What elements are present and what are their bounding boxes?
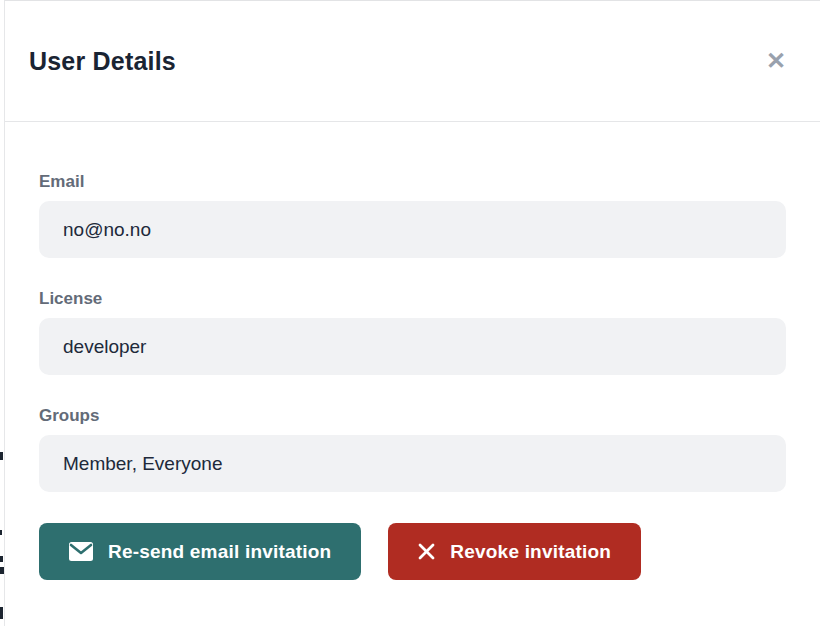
revoke-button-label: Revoke invitation [450,541,611,563]
occluded-background-text [0,452,3,460]
envelope-icon [69,542,93,561]
page: { "modal": { "title": "User Details", "c… [0,0,820,626]
modal-body: Email no@no.no License developer Groups … [5,122,820,580]
occluded-background-text [0,530,2,535]
modal-header: User Details ✕ [5,1,820,122]
groups-label: Groups [39,406,786,426]
x-icon [418,543,435,560]
resend-email-invitation-button[interactable]: Re-send email invitation [39,523,361,580]
occluded-background-text [0,556,3,562]
occluded-background-text [0,607,3,619]
email-label: Email [39,172,786,192]
field-email: Email no@no.no [39,172,786,258]
close-button[interactable]: ✕ [762,45,790,77]
button-row: Re-send email invitation Revoke invitati… [39,523,786,580]
user-details-modal: User Details ✕ Email no@no.no License de… [4,0,820,626]
modal-title: User Details [29,47,176,76]
field-license: License developer [39,289,786,375]
groups-field[interactable]: Member, Everyone [39,435,786,492]
field-groups: Groups Member, Everyone [39,406,786,492]
license-field[interactable]: developer [39,318,786,375]
resend-button-label: Re-send email invitation [108,541,331,563]
license-label: License [39,289,786,309]
email-field[interactable]: no@no.no [39,201,786,258]
revoke-invitation-button[interactable]: Revoke invitation [388,523,641,580]
close-icon: ✕ [766,47,786,74]
